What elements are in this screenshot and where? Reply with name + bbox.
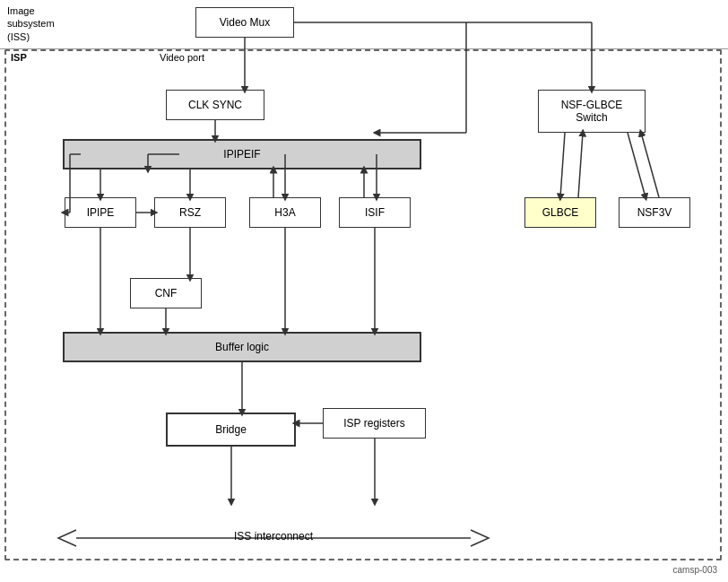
iss-label: Imagesubsystem(ISS): [7, 4, 55, 43]
diagram-container: Imagesubsystem(ISS) ISP Video port Video…: [0, 0, 728, 582]
video-mux-box: Video Mux: [195, 7, 294, 38]
ipipe-box: IPIPE: [65, 197, 136, 228]
diagram-ref: camsp-003: [673, 565, 717, 575]
buffer-logic-box: Buffer logic: [63, 332, 421, 362]
bridge-box: Bridge: [166, 413, 296, 447]
iss-interconnect-label: ISS interconnect: [49, 530, 498, 543]
nsf-glbce-switch-box: NSF-GLBCE Switch: [538, 90, 646, 133]
cnf-box: CNF: [130, 278, 202, 308]
ipipeif-box: IPIPEIF: [63, 139, 421, 169]
isp-registers-box: ISP registers: [323, 408, 426, 439]
iss-interconnect-area: ISS interconnect: [49, 521, 498, 555]
nsf3v-box: NSF3V: [619, 197, 690, 228]
iss-region: [0, 0, 728, 49]
video-port-label: Video port: [160, 52, 204, 63]
rsz-box: RSZ: [154, 197, 226, 228]
glbce-box: GLBCE: [524, 197, 596, 228]
isp-label: ISP: [11, 52, 27, 63]
clk-sync-box: CLK SYNC: [166, 90, 264, 120]
h3a-box: H3A: [249, 197, 321, 228]
isif-box: ISIF: [339, 197, 411, 228]
